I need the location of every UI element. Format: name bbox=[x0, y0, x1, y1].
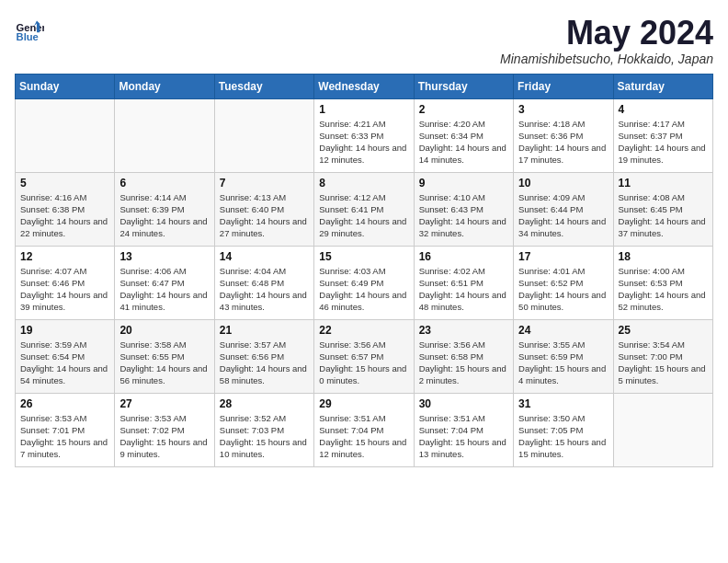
calendar-cell: 14Sunrise: 4:04 AM Sunset: 6:48 PM Dayli… bbox=[214, 246, 313, 319]
day-number: 2 bbox=[419, 103, 508, 116]
day-number: 4 bbox=[619, 103, 708, 116]
day-info: Sunrise: 3:52 AM Sunset: 7:03 PM Dayligh… bbox=[220, 412, 309, 461]
day-info: Sunrise: 3:54 AM Sunset: 7:00 PM Dayligh… bbox=[619, 339, 708, 387]
day-info: Sunrise: 3:56 AM Sunset: 6:57 PM Dayligh… bbox=[319, 339, 408, 387]
day-number: 3 bbox=[518, 103, 608, 116]
weekday-header-tuesday: Tuesday bbox=[214, 74, 313, 98]
day-info: Sunrise: 4:01 AM Sunset: 6:52 PM Dayligh… bbox=[518, 265, 608, 314]
calendar-cell: 23Sunrise: 3:56 AM Sunset: 6:58 PM Dayli… bbox=[414, 319, 513, 393]
day-number: 23 bbox=[419, 324, 508, 337]
day-number: 15 bbox=[319, 250, 408, 263]
calendar-table: SundayMondayTuesdayWednesdayThursdayFrid… bbox=[15, 74, 713, 467]
calendar-cell: 26Sunrise: 3:53 AM Sunset: 7:01 PM Dayli… bbox=[16, 393, 115, 466]
header: General Blue May 2024 Minamishibetsucho,… bbox=[15, 15, 713, 66]
calendar-cell bbox=[613, 393, 712, 466]
day-number: 13 bbox=[119, 250, 209, 263]
day-info: Sunrise: 4:08 AM Sunset: 6:45 PM Dayligh… bbox=[619, 191, 708, 240]
calendar-cell: 8Sunrise: 4:12 AM Sunset: 6:41 PM Daylig… bbox=[314, 172, 414, 246]
day-number: 30 bbox=[419, 397, 508, 410]
weekday-header-friday: Friday bbox=[514, 74, 613, 98]
calendar-cell: 6Sunrise: 4:14 AM Sunset: 6:39 PM Daylig… bbox=[115, 172, 214, 246]
day-info: Sunrise: 4:10 AM Sunset: 6:43 PM Dayligh… bbox=[419, 191, 508, 240]
calendar-cell: 20Sunrise: 3:58 AM Sunset: 6:55 PM Dayli… bbox=[115, 319, 214, 393]
calendar-cell: 30Sunrise: 3:51 AM Sunset: 7:04 PM Dayli… bbox=[414, 393, 513, 466]
calendar-cell: 9Sunrise: 4:10 AM Sunset: 6:43 PM Daylig… bbox=[414, 172, 513, 246]
calendar-cell: 13Sunrise: 4:06 AM Sunset: 6:47 PM Dayli… bbox=[115, 246, 214, 319]
day-info: Sunrise: 3:56 AM Sunset: 6:58 PM Dayligh… bbox=[419, 339, 508, 387]
svg-text:Blue: Blue bbox=[17, 31, 39, 42]
day-info: Sunrise: 4:12 AM Sunset: 6:41 PM Dayligh… bbox=[319, 191, 408, 240]
calendar-cell: 25Sunrise: 3:54 AM Sunset: 7:00 PM Dayli… bbox=[613, 319, 712, 393]
weekday-header-monday: Monday bbox=[115, 74, 214, 98]
day-number: 7 bbox=[220, 177, 309, 190]
day-number: 14 bbox=[220, 250, 309, 263]
day-number: 10 bbox=[518, 177, 608, 190]
calendar-cell: 31Sunrise: 3:50 AM Sunset: 7:05 PM Dayli… bbox=[514, 393, 613, 466]
day-info: Sunrise: 3:59 AM Sunset: 6:54 PM Dayligh… bbox=[20, 339, 109, 387]
calendar-cell: 18Sunrise: 4:00 AM Sunset: 6:53 PM Dayli… bbox=[613, 246, 712, 319]
calendar-cell: 11Sunrise: 4:08 AM Sunset: 6:45 PM Dayli… bbox=[613, 172, 712, 246]
weekday-header-sunday: Sunday bbox=[16, 74, 115, 98]
month-year-title: May 2024 bbox=[500, 15, 713, 52]
day-number: 31 bbox=[518, 397, 608, 410]
day-info: Sunrise: 3:55 AM Sunset: 6:59 PM Dayligh… bbox=[518, 339, 608, 387]
calendar-cell: 19Sunrise: 3:59 AM Sunset: 6:54 PM Dayli… bbox=[16, 319, 115, 393]
day-number: 5 bbox=[20, 177, 109, 190]
calendar-cell: 21Sunrise: 3:57 AM Sunset: 6:56 PM Dayli… bbox=[214, 319, 313, 393]
day-number: 1 bbox=[319, 103, 408, 116]
day-info: Sunrise: 4:00 AM Sunset: 6:53 PM Dayligh… bbox=[619, 265, 708, 314]
day-number: 22 bbox=[319, 324, 408, 337]
calendar-cell: 2Sunrise: 4:20 AM Sunset: 6:34 PM Daylig… bbox=[414, 98, 513, 172]
day-info: Sunrise: 4:18 AM Sunset: 6:36 PM Dayligh… bbox=[518, 118, 608, 167]
logo: General Blue bbox=[15, 15, 44, 44]
day-number: 28 bbox=[220, 397, 309, 410]
day-info: Sunrise: 4:02 AM Sunset: 6:51 PM Dayligh… bbox=[419, 265, 508, 314]
day-info: Sunrise: 3:58 AM Sunset: 6:55 PM Dayligh… bbox=[119, 339, 209, 387]
location-subtitle: Minamishibetsucho, Hokkaido, Japan bbox=[500, 52, 713, 66]
page-container: General Blue May 2024 Minamishibetsucho,… bbox=[15, 15, 713, 467]
calendar-week-row: 12Sunrise: 4:07 AM Sunset: 6:46 PM Dayli… bbox=[16, 246, 713, 319]
day-info: Sunrise: 4:13 AM Sunset: 6:40 PM Dayligh… bbox=[220, 191, 309, 240]
weekday-header-saturday: Saturday bbox=[613, 74, 712, 98]
day-number: 6 bbox=[119, 177, 209, 190]
day-number: 26 bbox=[20, 397, 109, 410]
day-number: 27 bbox=[119, 397, 209, 410]
calendar-cell: 17Sunrise: 4:01 AM Sunset: 6:52 PM Dayli… bbox=[514, 246, 613, 319]
weekday-header-thursday: Thursday bbox=[414, 74, 513, 98]
weekday-header-wednesday: Wednesday bbox=[314, 74, 414, 98]
calendar-week-row: 26Sunrise: 3:53 AM Sunset: 7:01 PM Dayli… bbox=[16, 393, 713, 466]
calendar-cell bbox=[16, 98, 115, 172]
logo-icon: General Blue bbox=[15, 15, 44, 44]
day-info: Sunrise: 3:57 AM Sunset: 6:56 PM Dayligh… bbox=[220, 339, 309, 387]
day-number: 21 bbox=[220, 324, 309, 337]
day-info: Sunrise: 4:04 AM Sunset: 6:48 PM Dayligh… bbox=[220, 265, 309, 314]
day-number: 29 bbox=[319, 397, 408, 410]
calendar-cell: 22Sunrise: 3:56 AM Sunset: 6:57 PM Dayli… bbox=[314, 319, 414, 393]
day-info: Sunrise: 4:14 AM Sunset: 6:39 PM Dayligh… bbox=[119, 191, 209, 240]
calendar-cell bbox=[214, 98, 313, 172]
title-block: May 2024 Minamishibetsucho, Hokkaido, Ja… bbox=[500, 15, 713, 66]
day-info: Sunrise: 3:53 AM Sunset: 7:02 PM Dayligh… bbox=[119, 412, 209, 461]
calendar-cell: 16Sunrise: 4:02 AM Sunset: 6:51 PM Dayli… bbox=[414, 246, 513, 319]
calendar-week-row: 19Sunrise: 3:59 AM Sunset: 6:54 PM Dayli… bbox=[16, 319, 713, 393]
day-info: Sunrise: 4:17 AM Sunset: 6:37 PM Dayligh… bbox=[619, 118, 708, 167]
day-info: Sunrise: 4:03 AM Sunset: 6:49 PM Dayligh… bbox=[319, 265, 408, 314]
day-info: Sunrise: 3:51 AM Sunset: 7:04 PM Dayligh… bbox=[419, 412, 508, 461]
calendar-cell: 5Sunrise: 4:16 AM Sunset: 6:38 PM Daylig… bbox=[16, 172, 115, 246]
day-info: Sunrise: 4:06 AM Sunset: 6:47 PM Dayligh… bbox=[119, 265, 209, 314]
day-number: 17 bbox=[518, 250, 608, 263]
day-number: 8 bbox=[319, 177, 408, 190]
calendar-week-row: 5Sunrise: 4:16 AM Sunset: 6:38 PM Daylig… bbox=[16, 172, 713, 246]
calendar-cell: 10Sunrise: 4:09 AM Sunset: 6:44 PM Dayli… bbox=[514, 172, 613, 246]
day-number: 16 bbox=[419, 250, 508, 263]
calendar-week-row: 1Sunrise: 4:21 AM Sunset: 6:33 PM Daylig… bbox=[16, 98, 713, 172]
calendar-cell: 4Sunrise: 4:17 AM Sunset: 6:37 PM Daylig… bbox=[613, 98, 712, 172]
weekday-header-row: SundayMondayTuesdayWednesdayThursdayFrid… bbox=[16, 74, 713, 98]
calendar-cell: 24Sunrise: 3:55 AM Sunset: 6:59 PM Dayli… bbox=[514, 319, 613, 393]
calendar-cell bbox=[115, 98, 214, 172]
calendar-cell: 12Sunrise: 4:07 AM Sunset: 6:46 PM Dayli… bbox=[16, 246, 115, 319]
calendar-cell: 27Sunrise: 3:53 AM Sunset: 7:02 PM Dayli… bbox=[115, 393, 214, 466]
day-info: Sunrise: 4:21 AM Sunset: 6:33 PM Dayligh… bbox=[319, 118, 408, 167]
day-number: 19 bbox=[20, 324, 109, 337]
calendar-cell: 7Sunrise: 4:13 AM Sunset: 6:40 PM Daylig… bbox=[214, 172, 313, 246]
